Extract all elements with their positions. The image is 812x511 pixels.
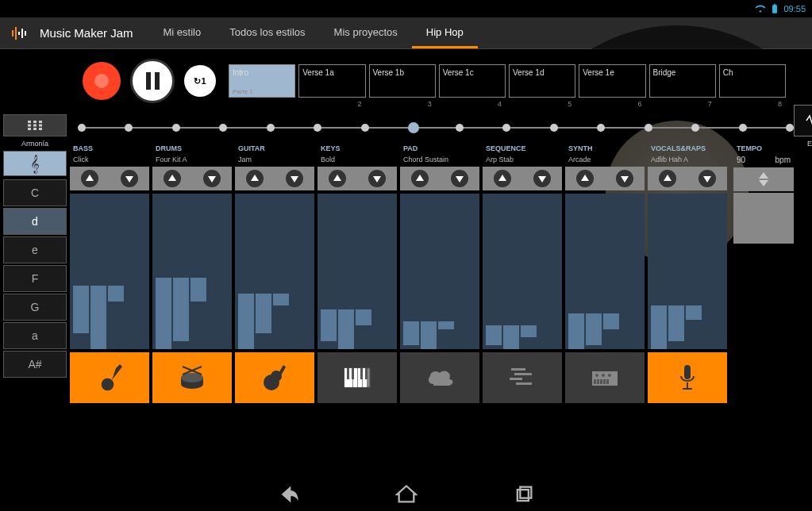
preset-prev-button[interactable] bbox=[576, 170, 594, 187]
nav-tab-1[interactable]: Todos los estilos bbox=[215, 17, 319, 48]
effects-button[interactable] bbox=[794, 105, 812, 136]
track-stepper bbox=[235, 167, 314, 190]
key-button-a[interactable]: a bbox=[3, 322, 67, 349]
track-instrument-button[interactable] bbox=[235, 352, 314, 403]
track-instrument-button[interactable] bbox=[317, 352, 397, 403]
volume-bar bbox=[156, 278, 171, 349]
timeline-dot-3[interactable] bbox=[219, 124, 227, 132]
timeline-dot-2[interactable] bbox=[172, 124, 180, 132]
volume-bar bbox=[603, 313, 619, 329]
preset-next-button[interactable] bbox=[616, 170, 633, 187]
preset-next-button[interactable] bbox=[451, 170, 468, 187]
track-stepper bbox=[400, 167, 479, 190]
loop-icon: ↻1 bbox=[194, 76, 206, 86]
timeline[interactable] bbox=[78, 119, 786, 138]
timeline-dot-9[interactable] bbox=[502, 124, 510, 132]
record-button[interactable] bbox=[83, 62, 121, 100]
track-volume-area[interactable] bbox=[648, 194, 727, 349]
track-instrument-button[interactable] bbox=[648, 352, 727, 403]
guitar-electric-icon bbox=[92, 360, 127, 395]
play-pause-button[interactable] bbox=[130, 59, 175, 103]
volume-bar bbox=[256, 294, 271, 333]
track-volume-area[interactable] bbox=[400, 194, 479, 349]
key-button-d[interactable]: d bbox=[3, 208, 67, 235]
preset-prev-button[interactable] bbox=[246, 170, 264, 187]
track-preset: Adlib Hah A bbox=[648, 154, 727, 165]
timeline-dot-8[interactable] bbox=[456, 124, 464, 132]
track-instrument-button[interactable] bbox=[483, 352, 562, 403]
preset-prev-button[interactable] bbox=[329, 170, 346, 187]
tempo-up-button[interactable] bbox=[759, 172, 768, 179]
loop-button[interactable]: ↻1 bbox=[184, 65, 216, 97]
back-icon[interactable] bbox=[278, 483, 300, 505]
part-2[interactable]: Verse 1b 3 bbox=[369, 64, 436, 98]
preset-next-button[interactable] bbox=[368, 170, 386, 187]
timeline-dot-11[interactable] bbox=[597, 124, 605, 132]
preset-next-button[interactable] bbox=[698, 170, 716, 187]
recent-apps-icon[interactable] bbox=[513, 483, 535, 505]
track-preset: Four Kit A bbox=[152, 154, 232, 165]
part-3[interactable]: Verse 1c 4 bbox=[439, 64, 506, 98]
tempo-stepper bbox=[733, 167, 794, 191]
key-button-A#[interactable]: A# bbox=[3, 351, 67, 378]
tempo-down-button[interactable] bbox=[759, 180, 768, 186]
timeline-dot-5[interactable] bbox=[314, 124, 321, 132]
track-preset: Bold bbox=[317, 154, 397, 165]
part-label: Ch bbox=[723, 68, 782, 77]
part-1[interactable]: Verse 1a 2 bbox=[298, 64, 365, 98]
preset-prev-button[interactable] bbox=[411, 170, 429, 187]
part-0[interactable]: Intro Parte 1 bbox=[229, 64, 295, 98]
preset-prev-button[interactable] bbox=[81, 170, 98, 187]
timeline-dot-15[interactable] bbox=[786, 124, 794, 132]
svg-rect-29 bbox=[352, 368, 354, 379]
track-volume-area[interactable] bbox=[70, 194, 149, 349]
timeline-dot-10[interactable] bbox=[550, 124, 558, 132]
volume-bar bbox=[568, 313, 584, 349]
clef-button[interactable]: 𝄞 bbox=[3, 151, 67, 176]
status-bar: 09:55 bbox=[0, 0, 812, 17]
timeline-dot-7[interactable] bbox=[408, 122, 419, 133]
track-volume-area[interactable] bbox=[235, 194, 314, 349]
timeline-dot-4[interactable] bbox=[267, 124, 275, 132]
timeline-dot-13[interactable] bbox=[691, 124, 699, 132]
svg-rect-5 bbox=[28, 121, 31, 123]
preset-next-button[interactable] bbox=[203, 170, 221, 187]
track-vocals&raps: VOCALS&RAPS Adlib Hah A bbox=[648, 143, 727, 405]
nav-tab-2[interactable]: Mis proyectos bbox=[320, 17, 412, 48]
preset-next-button[interactable] bbox=[286, 170, 303, 187]
preset-prev-button[interactable] bbox=[659, 170, 676, 187]
key-button-G[interactable]: G bbox=[3, 294, 67, 321]
timeline-dot-0[interactable] bbox=[78, 124, 86, 132]
part-5[interactable]: Verse 1e 6 bbox=[579, 64, 645, 98]
track-volume-area[interactable] bbox=[483, 194, 562, 349]
svg-rect-9 bbox=[33, 125, 37, 127]
preset-prev-button[interactable] bbox=[494, 170, 511, 187]
track-volume-area[interactable] bbox=[317, 194, 397, 349]
track-instrument-button[interactable] bbox=[565, 352, 645, 403]
track-volume-area[interactable] bbox=[152, 194, 232, 349]
timeline-dot-12[interactable] bbox=[645, 124, 652, 132]
track-instrument-button[interactable] bbox=[152, 352, 232, 403]
key-button-F[interactable]: F bbox=[3, 265, 67, 292]
track-volume-area[interactable] bbox=[565, 194, 645, 349]
preset-prev-button[interactable] bbox=[164, 170, 181, 187]
preset-next-button[interactable] bbox=[121, 170, 138, 187]
preset-next-button[interactable] bbox=[533, 170, 551, 187]
part-6[interactable]: Bridge 7 bbox=[649, 64, 716, 98]
part-7[interactable]: Ch 8 bbox=[719, 64, 786, 98]
nav-tab-3[interactable]: Hip Hop bbox=[412, 17, 478, 48]
track-instrument-button[interactable] bbox=[70, 352, 149, 403]
nav-tab-0[interactable]: Mi estilo bbox=[149, 17, 216, 48]
key-button-C[interactable]: C bbox=[3, 179, 67, 206]
volume-bar bbox=[173, 278, 189, 341]
track-instrument-button[interactable] bbox=[400, 352, 479, 403]
timeline-dot-6[interactable] bbox=[361, 124, 369, 132]
timeline-dot-1[interactable] bbox=[125, 124, 133, 132]
part-4[interactable]: Verse 1d 5 bbox=[509, 64, 575, 98]
timeline-dot-14[interactable] bbox=[739, 124, 747, 132]
home-icon[interactable] bbox=[395, 483, 418, 505]
mic-icon bbox=[670, 360, 705, 395]
key-button-e[interactable]: e bbox=[3, 236, 67, 263]
harmony-grid-button[interactable] bbox=[3, 114, 67, 136]
part-number: 6 bbox=[637, 100, 641, 108]
